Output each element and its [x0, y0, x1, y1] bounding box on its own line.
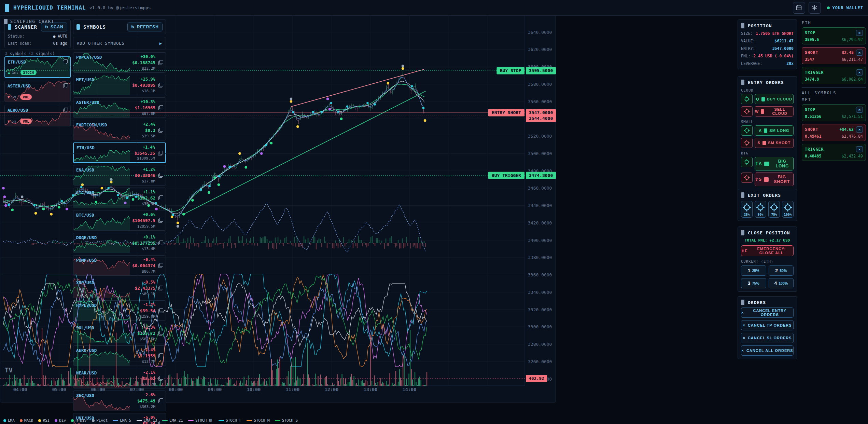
position-row: ENTRY:3547.0000 [741, 46, 794, 51]
symbol-card-xrp-usd[interactable]: XRP/USD-0.5%$2.43375$89.1M [73, 278, 166, 298]
cancel-order-button[interactable]: × [856, 107, 863, 113]
scanner-signal-eth-usd[interactable]: ETH/USD▲1m:STOCH [4, 56, 71, 78]
symbol-card-ena-usd[interactable]: ENA/USD+1.2%$0.32846$17.8M [73, 165, 166, 186]
copy-icon[interactable] [158, 83, 163, 87]
scanner-signal-aero-usd[interactable]: AERO/USD▼5m:VOL [4, 105, 71, 126]
svg-text:3320.0000: 3320.0000 [528, 307, 552, 312]
entry-target-button-short[interactable] [741, 138, 753, 148]
copy-icon[interactable] [158, 128, 163, 133]
order-usd-value: $2,432.49 [842, 154, 863, 159]
symbol-card-zec-usd[interactable]: ZEC/USD-2.6%$475.49$363.2M [73, 391, 166, 411]
position-row: LEVERAGE:20x [741, 61, 794, 66]
symbol-card-met-usd[interactable]: MET/USD+25.9%$0.493995$18.1M [73, 75, 166, 95]
legend-dot [38, 419, 41, 422]
hotkey-label: A [759, 128, 762, 133]
current-100pct-button[interactable]: 4100% [769, 278, 794, 288]
copy-icon[interactable] [158, 60, 163, 65]
cancel-order-button[interactable]: × [856, 146, 863, 152]
cancel-button-label: CANCEL ENTRY ORDERS [746, 309, 793, 317]
cancel-order-button[interactable]: × [856, 69, 863, 76]
exit-50pct-button[interactable]: 50% [755, 201, 766, 218]
exit-75pct-button[interactable]: 75% [768, 201, 780, 218]
order-price: 3474.8 [805, 77, 819, 82]
copy-icon[interactable] [158, 263, 163, 268]
entry-target-button-long[interactable] [741, 157, 753, 167]
svg-text:3620.0000: 3620.0000 [528, 47, 552, 52]
big-long-button[interactable]: ⇧ABIG LONG [755, 157, 794, 170]
exit-100pct-button[interactable]: 100% [782, 201, 794, 218]
symbol-card-btc-usd[interactable]: BTC/USD+0.6%$104597.5$2859.5M [73, 210, 166, 231]
cancel-button-label: CANCEL TP ORDERS [748, 323, 792, 327]
entry-button-label: SM SHORT [768, 141, 790, 145]
asterisk-button[interactable] [809, 2, 821, 14]
symbol-change: +1.4% [143, 145, 155, 150]
entry-orders-title: ENTRY ORDERS [748, 80, 784, 85]
symbol-card-doge-usd[interactable]: DOGE/USD+0.1%$0.177255$13.4M [73, 233, 166, 253]
symbol-card-aero-usd[interactable]: AERO/USD-1.4%$1.1959$13.7M [73, 345, 166, 366]
cancel-sl-orders-button[interactable]: ×CANCEL SL ORDERS [741, 333, 794, 343]
symbol-card-sol-usd[interactable]: SOL/USD-1.3%$159.72$587.5M [73, 323, 166, 343]
current-50pct-button[interactable]: 250% [769, 265, 794, 276]
copy-icon[interactable] [158, 105, 163, 110]
entry-target-button-short[interactable] [741, 106, 753, 117]
copy-icon[interactable] [158, 376, 163, 381]
wallet-status[interactable]: YOUR WALLET [827, 5, 863, 10]
emergency-close-all-button[interactable]: ⇧E EMERGENCY: CLOSE ALL [741, 245, 794, 256]
sell-cloud-button[interactable]: WSELL CLOUD [755, 106, 794, 117]
copy-icon[interactable] [158, 286, 163, 290]
entry-target-button-long[interactable] [741, 94, 753, 104]
big-short-button[interactable]: ⇧SBIG SHORT [755, 173, 794, 186]
legend-dot [71, 419, 74, 422]
scanner-signal-aster-usd[interactable]: ASTER/USD▼5m:VOL [4, 81, 71, 102]
key-color-square [764, 162, 769, 166]
copy-icon[interactable] [158, 331, 163, 336]
entry-target-button-long[interactable] [741, 125, 753, 136]
copy-icon[interactable] [158, 241, 163, 245]
symbol-card-popcat-usd[interactable]: POPCAT/USD+30.0%$0.188745$22.2M [73, 52, 166, 73]
copy-icon[interactable] [158, 151, 163, 155]
x-icon: × [741, 348, 744, 353]
svg-text:11:00: 11:00 [286, 387, 300, 392]
svg-text:07:00: 07:00 [130, 387, 144, 392]
current-75pct-button[interactable]: 375% [741, 278, 766, 288]
symbol-card-hype-usd[interactable]: HYPE/USD-1.2%$39.54$259.0M [73, 300, 166, 321]
calendar-button[interactable] [793, 2, 805, 14]
symbol-card-eth-usd[interactable]: ETH/USD+1.4%$3545.35$1809.5M [73, 142, 166, 163]
current-25pct-button[interactable]: 125% [741, 265, 766, 276]
copy-icon[interactable] [63, 59, 68, 64]
copy-icon[interactable] [158, 398, 163, 403]
sm-long-button[interactable]: ASM LONG [755, 125, 794, 136]
copy-icon[interactable] [158, 195, 163, 200]
copy-icon[interactable] [158, 353, 163, 358]
legend-item-stoch-m: STOCH M [247, 418, 269, 423]
cancel-order-button[interactable]: × [856, 126, 863, 133]
legend-line [247, 420, 252, 421]
copy-icon[interactable] [158, 173, 163, 178]
entry-target-button-short[interactable] [741, 173, 753, 183]
cancel-order-button[interactable]: × [856, 50, 863, 56]
cancel-entry-orders-button[interactable]: ×CANCEL ENTRY ORDERS [741, 307, 794, 318]
sm-short-button[interactable]: SSM SHORT [755, 138, 794, 148]
symbol-card-fartcoin-usd[interactable]: FARTCOIN/USD+2.4%$0.3$39.5M [73, 120, 166, 140]
buy-cloud-button[interactable]: QBUY CLOUD [755, 94, 794, 104]
legend-item-stoch-s: STOCH S [275, 418, 298, 423]
crosshair-icon [756, 203, 765, 212]
orders-title: ORDERS [748, 300, 766, 305]
symbol-name: HYPE/USD [76, 303, 97, 308]
copy-icon[interactable] [158, 308, 163, 313]
gray-signal-dot [177, 225, 179, 228]
symbol-card-aster-usd[interactable]: ASTER/USD+10.3%$1.16965$87.0M [73, 97, 166, 118]
cancel-tp-orders-button[interactable]: ×CANCEL TP ORDERS [741, 320, 794, 330]
cancel-order-button[interactable]: × [856, 30, 863, 36]
legend-item-ema: EMA [3, 418, 15, 423]
copy-icon[interactable] [63, 83, 68, 88]
cancel-all-orders-button[interactable]: ×CANCEL ALL ORDERS [741, 345, 794, 356]
legend-dot [55, 419, 57, 422]
copy-icon[interactable] [158, 218, 163, 223]
symbol-card-near-usd[interactable]: NEAR/USD-2.1%$2.62$13.2M [73, 368, 166, 388]
symbol-card-ltc-usd[interactable]: LTC/USD+1.1%$102.62$30.9M [73, 188, 166, 208]
signal-meta: ▼5m:VOL [8, 94, 32, 100]
copy-icon[interactable] [63, 108, 68, 112]
exit-25pct-button[interactable]: 25% [741, 201, 753, 218]
symbol-card-pump-usd[interactable]: PUMP/USD-0.4%$0.004374$86.7M [73, 255, 166, 276]
